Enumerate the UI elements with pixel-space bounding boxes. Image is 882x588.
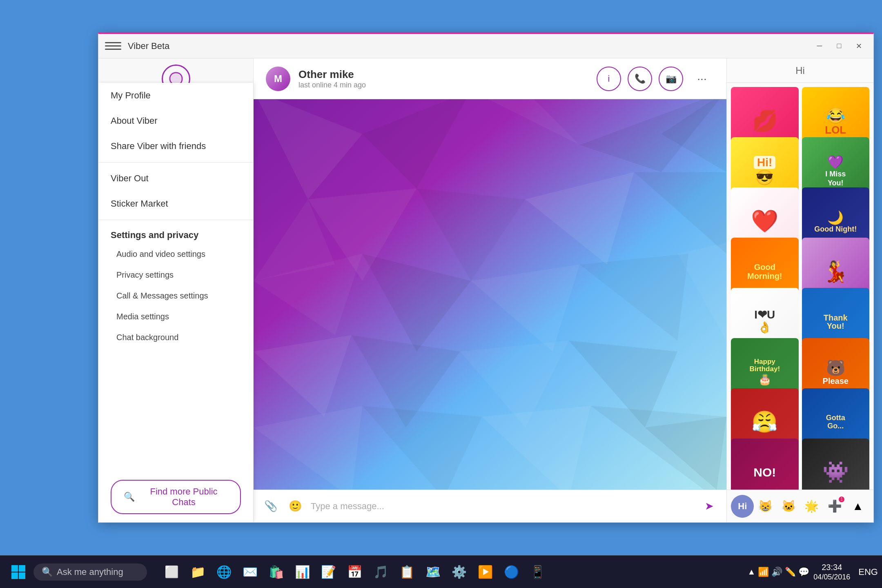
hi-tab-icon: Hi [738,501,747,512]
system-tray: ▲ 📶 🔊 ✏️ 💬 [743,567,813,577]
attachment-button[interactable]: 📎 [262,497,280,515]
desktop: Viber Beta ─ □ ✕ [0,0,882,588]
menu-divider-2 [98,220,253,220]
svg-rect-29 [19,572,25,579]
sticker-tab-hi[interactable]: Hi [731,495,754,518]
cat2-icon: 🐱 [782,499,796,513]
menu-item-share[interactable]: Share Viber with friends [98,134,253,159]
taskbar-start: 🔍 Ask me anything [0,562,155,582]
email-icon: ✉️ [243,565,258,579]
emoji-button[interactable]: 🙂 [286,497,304,515]
music-icon[interactable]: 🎵 [368,560,393,584]
date-display: 04/05/2016 [813,572,850,582]
menu-sub-chatbg[interactable]: Chat background [98,327,253,348]
powerpoint-icon[interactable]: 📊 [290,560,314,584]
chat-input-area: 📎 🙂 ➤ [254,490,726,522]
file-explorer-icon[interactable]: 📁 [185,560,210,584]
sticker-panel: Hi 💋 😂 LOL [726,58,873,522]
sticker-tab-cat2[interactable]: 🐱 [777,495,800,518]
music-note-icon: 🎵 [373,565,388,579]
volume-icon[interactable]: 🔊 [771,567,782,577]
store-bag-icon: 🛍️ [269,565,284,579]
contact-status: last online 4 min ago [298,81,588,89]
app-title: Viber Beta [128,41,811,51]
edge-icon[interactable]: 🌐 [212,560,236,584]
task-view-button[interactable]: ⬜ [159,560,184,584]
viber-taskbar-icon[interactable]: 📱 [525,560,550,584]
action-center-icon[interactable]: 💬 [798,567,809,577]
taskbar-search[interactable]: 🔍 Ask me anything [33,564,147,581]
menu-sub-media[interactable]: Media settings [98,306,253,327]
svg-rect-26 [11,565,18,572]
settings-icon[interactable]: ⚙️ [447,560,471,584]
sticker-dark[interactable]: 👾 [802,439,870,490]
store-icon[interactable]: 🛍️ [264,560,288,584]
network-icon[interactable]: 📶 [758,567,769,577]
phone-icon: 📞 [635,74,646,84]
cal-icon: 📅 [347,565,362,579]
star-icon: 🌟 [804,499,819,513]
sticker-scroll-up[interactable]: ▲ [846,495,869,518]
chat-background [254,99,726,490]
sticker-tab-star[interactable]: 🌟 [800,495,823,518]
sticker-add-button[interactable]: ➕ 1 [823,495,846,518]
find-public-chats-button[interactable]: 🔍 Find more Public Chats [111,480,241,514]
chat-actions: i 📞 📷 ··· [597,67,714,91]
youtube-icon[interactable]: ▶️ [473,560,497,584]
pen-icon[interactable]: ✏️ [785,567,796,577]
info-button[interactable]: i [597,67,621,91]
sticker-grid: 💋 😂 LOL Hi! 😎 [727,83,873,490]
menu-sub-callmsg[interactable]: Call & Messages settings [98,285,253,306]
sticker-no[interactable]: NO! [731,439,799,490]
more-icon: ··· [697,72,706,85]
task-view-icon: ⬜ [165,565,179,579]
yt-icon: ▶️ [478,565,493,579]
taskbar: 🔍 Ask me anything ⬜ 📁 🌐 ✉️ 🛍️ 📊 [0,555,882,588]
more-button[interactable]: ··· [690,67,714,91]
notepad-icon[interactable]: 📋 [394,560,419,584]
title-bar: Viber Beta ─ □ ✕ [98,34,873,58]
language-indicator[interactable]: ENG [858,567,878,577]
mail-icon[interactable]: ✉️ [238,560,262,584]
start-button[interactable] [8,562,29,582]
send-icon: ➤ [705,500,714,512]
svg-rect-28 [11,572,18,579]
minimize-button[interactable]: ─ [811,40,828,53]
windows-icon [11,564,26,580]
menu-sub-audio[interactable]: Audio and video settings [98,244,253,265]
notification-badge: 1 [839,497,844,502]
search-icon: 🔍 [124,492,135,502]
menu-item-viberout[interactable]: Viber Out [98,166,253,191]
taskbar-app-icons: ⬜ 📁 🌐 ✉️ 🛍️ 📊 📝 📅 [155,560,743,584]
sticker-panel-footer: Hi 😸 🐱 🌟 ➕ 1 ▲ [727,490,873,522]
message-input[interactable] [311,501,694,512]
close-button[interactable]: ✕ [851,40,867,53]
chat-header: M Other mike last online 4 min ago i 📞 [254,58,726,99]
gear-icon: ⚙️ [452,565,467,579]
find-chats-label: Find more Public Chats [140,486,227,508]
menu-section-title: Settings and privacy [98,223,253,244]
call-button[interactable]: 📞 [628,67,652,91]
up-arrow-icon[interactable]: ▲ [747,567,755,577]
maximize-button[interactable]: □ [831,40,847,53]
menu-item-stickers[interactable]: Sticker Market [98,191,253,216]
sticker-tab-cat1[interactable]: 😸 [754,495,777,518]
app-window: Viber Beta ─ □ ✕ [98,33,874,523]
svg-rect-27 [19,565,25,572]
sticker-panel-title: Hi [795,65,805,76]
maps-icon[interactable]: 🗺️ [421,560,445,584]
calendar-icon[interactable]: 📅 [342,560,367,584]
emoji-icon: 🙂 [289,500,302,512]
dropdown-menu: My Profile About Viber Share Viber with … [98,83,254,522]
chrome-browser-icon: 🔵 [504,565,519,579]
menu-sub-privacy[interactable]: Privacy settings [98,265,253,285]
window-controls: ─ □ ✕ [811,40,867,53]
hamburger-menu-icon[interactable] [105,38,121,54]
menu-item-profile[interactable]: My Profile [98,83,253,108]
clock-display[interactable]: 23:34 04/05/2016 [813,562,850,582]
word-icon[interactable]: 📝 [316,560,341,584]
send-button[interactable]: ➤ [700,497,718,515]
chrome-icon[interactable]: 🔵 [499,560,523,584]
video-call-button[interactable]: 📷 [659,67,683,91]
menu-item-about[interactable]: About Viber [98,108,253,134]
